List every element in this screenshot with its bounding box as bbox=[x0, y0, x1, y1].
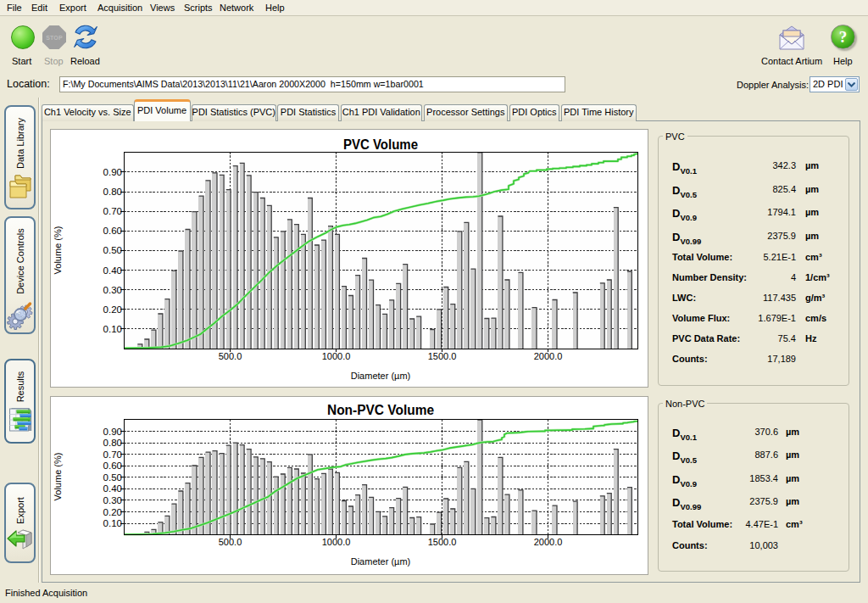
svg-text:1500.0: 1500.0 bbox=[428, 537, 457, 547]
svg-text:0.80: 0.80 bbox=[103, 187, 122, 197]
svg-text:0.30: 0.30 bbox=[103, 285, 122, 295]
svg-text:Non-PVC Volume: Non-PVC Volume bbox=[327, 403, 434, 417]
svg-text:Diameter (µm): Diameter (µm) bbox=[351, 556, 411, 567]
svg-text:0.50: 0.50 bbox=[103, 472, 122, 483]
svg-text:1500.0: 1500.0 bbox=[428, 351, 457, 361]
svg-text:0.60: 0.60 bbox=[103, 461, 122, 471]
svg-text:500.0: 500.0 bbox=[219, 351, 242, 361]
svg-text:2000.0: 2000.0 bbox=[534, 351, 563, 361]
svg-text:0.40: 0.40 bbox=[103, 265, 122, 276]
svg-text:0.70: 0.70 bbox=[103, 206, 122, 216]
svg-text:Diameter (µm): Diameter (µm) bbox=[351, 371, 411, 381]
svg-text:0.20: 0.20 bbox=[103, 304, 122, 315]
svg-text:500.0: 500.0 bbox=[219, 537, 242, 547]
svg-text:1000.0: 1000.0 bbox=[322, 537, 351, 547]
svg-text:0.10: 0.10 bbox=[103, 518, 122, 528]
svg-text:PVC Volume: PVC Volume bbox=[343, 137, 418, 152]
svg-text:0.60: 0.60 bbox=[103, 226, 122, 236]
svg-text:0.70: 0.70 bbox=[103, 449, 122, 460]
svg-text:Volume (%): Volume (%) bbox=[53, 226, 63, 275]
svg-text:0.90: 0.90 bbox=[103, 167, 122, 177]
svg-text:0.40: 0.40 bbox=[103, 483, 122, 494]
svg-text:0.20: 0.20 bbox=[103, 507, 122, 517]
svg-text:2000.0: 2000.0 bbox=[534, 537, 563, 547]
svg-text:0.10: 0.10 bbox=[103, 324, 122, 334]
svg-text:0.90: 0.90 bbox=[103, 427, 122, 437]
svg-text:1000.0: 1000.0 bbox=[322, 351, 351, 361]
svg-text:Volume (%): Volume (%) bbox=[53, 453, 63, 501]
svg-text:0.30: 0.30 bbox=[103, 495, 122, 505]
svg-text:0.80: 0.80 bbox=[103, 438, 122, 448]
svg-text:0.50: 0.50 bbox=[103, 245, 122, 255]
